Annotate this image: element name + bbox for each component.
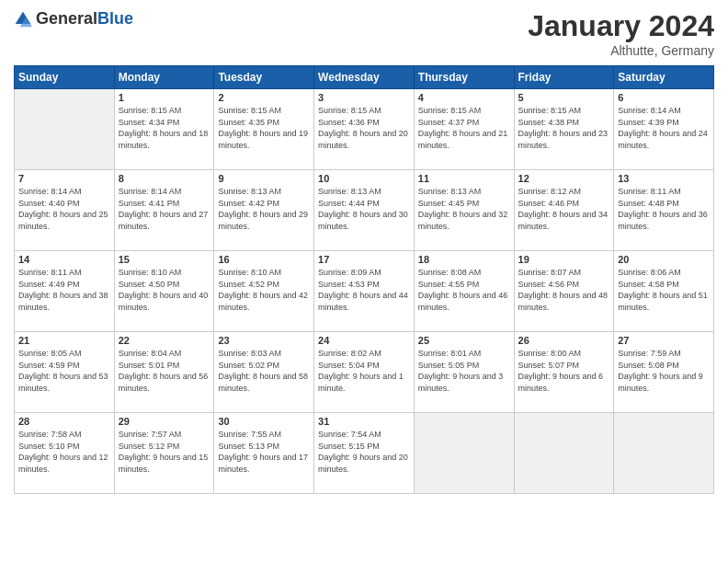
day-number: 1: [119, 92, 210, 103]
day-info: Sunrise: 8:05 AMSunset: 4:59 PMDaylight:…: [18, 348, 110, 394]
calendar-page: GeneralBlue January 2024 Althutte, Germa…: [0, 0, 728, 563]
weekday-header-sunday: Sunday: [15, 66, 115, 89]
calendar-cell: 3Sunrise: 8:15 AMSunset: 4:36 PMDaylight…: [314, 89, 415, 170]
calendar-cell: 1Sunrise: 8:15 AMSunset: 4:34 PMDaylight…: [114, 89, 214, 170]
day-number: 2: [218, 92, 310, 103]
month-title: January 2024: [528, 9, 714, 43]
day-info: Sunrise: 8:14 AMSunset: 4:41 PMDaylight:…: [119, 186, 210, 232]
day-number: 15: [119, 254, 210, 265]
day-info: Sunrise: 8:11 AMSunset: 4:49 PMDaylight:…: [18, 267, 110, 313]
day-info: Sunrise: 8:07 AMSunset: 4:56 PMDaylight:…: [518, 267, 610, 313]
calendar-cell: 12Sunrise: 8:12 AMSunset: 4:46 PMDayligh…: [514, 170, 614, 251]
calendar-cell: 21Sunrise: 8:05 AMSunset: 4:59 PMDayligh…: [15, 332, 115, 413]
calendar-cell: 15Sunrise: 8:10 AMSunset: 4:50 PMDayligh…: [114, 251, 214, 332]
day-info: Sunrise: 8:13 AMSunset: 4:44 PMDaylight:…: [318, 186, 410, 232]
calendar-cell: 13Sunrise: 8:11 AMSunset: 4:48 PMDayligh…: [614, 170, 714, 251]
day-info: Sunrise: 8:15 AMSunset: 4:37 PMDaylight:…: [418, 105, 510, 151]
calendar-cell: 22Sunrise: 8:04 AMSunset: 5:01 PMDayligh…: [114, 332, 214, 413]
calendar-cell: 25Sunrise: 8:01 AMSunset: 5:05 PMDayligh…: [414, 332, 514, 413]
calendar-cell: 24Sunrise: 8:02 AMSunset: 5:04 PMDayligh…: [314, 332, 415, 413]
calendar-cell: [15, 89, 115, 170]
day-number: 7: [18, 173, 110, 184]
calendar-week-row: 1Sunrise: 8:15 AMSunset: 4:34 PMDaylight…: [15, 89, 714, 170]
calendar-cell: 28Sunrise: 7:58 AMSunset: 5:10 PMDayligh…: [15, 413, 115, 494]
calendar-cell: 5Sunrise: 8:15 AMSunset: 4:38 PMDaylight…: [514, 89, 614, 170]
day-info: Sunrise: 8:03 AMSunset: 5:02 PMDaylight:…: [218, 348, 310, 394]
weekday-header-thursday: Thursday: [414, 66, 514, 89]
day-info: Sunrise: 8:10 AMSunset: 4:52 PMDaylight:…: [218, 267, 310, 313]
weekday-header-saturday: Saturday: [614, 66, 714, 89]
calendar-cell: 20Sunrise: 8:06 AMSunset: 4:58 PMDayligh…: [614, 251, 714, 332]
calendar-cell: 23Sunrise: 8:03 AMSunset: 5:02 PMDayligh…: [214, 332, 314, 413]
day-number: 9: [218, 173, 310, 184]
day-number: 23: [218, 335, 310, 346]
day-info: Sunrise: 8:00 AMSunset: 5:07 PMDaylight:…: [518, 348, 610, 394]
day-number: 10: [318, 173, 410, 184]
calendar-cell: 17Sunrise: 8:09 AMSunset: 4:53 PMDayligh…: [314, 251, 415, 332]
calendar-cell: 2Sunrise: 8:15 AMSunset: 4:35 PMDaylight…: [214, 89, 314, 170]
weekday-header-tuesday: Tuesday: [214, 66, 314, 89]
weekday-header-monday: Monday: [114, 66, 214, 89]
day-number: 28: [18, 416, 110, 427]
calendar-cell: 19Sunrise: 8:07 AMSunset: 4:56 PMDayligh…: [514, 251, 614, 332]
day-number: 3: [318, 92, 410, 103]
day-info: Sunrise: 8:02 AMSunset: 5:04 PMDaylight:…: [318, 348, 410, 394]
calendar-cell: 31Sunrise: 7:54 AMSunset: 5:15 PMDayligh…: [314, 413, 415, 494]
day-info: Sunrise: 7:54 AMSunset: 5:15 PMDaylight:…: [318, 429, 410, 475]
day-info: Sunrise: 8:15 AMSunset: 4:34 PMDaylight:…: [119, 105, 210, 151]
calendar-cell: 11Sunrise: 8:13 AMSunset: 4:45 PMDayligh…: [414, 170, 514, 251]
calendar-cell: 4Sunrise: 8:15 AMSunset: 4:37 PMDaylight…: [414, 89, 514, 170]
day-info: Sunrise: 8:11 AMSunset: 4:48 PMDaylight:…: [618, 186, 710, 232]
calendar-cell: 8Sunrise: 8:14 AMSunset: 4:41 PMDaylight…: [114, 170, 214, 251]
day-info: Sunrise: 7:55 AMSunset: 5:13 PMDaylight:…: [218, 429, 310, 475]
calendar-cell: [514, 413, 614, 494]
day-number: 27: [618, 335, 710, 346]
calendar-cell: 18Sunrise: 8:08 AMSunset: 4:55 PMDayligh…: [414, 251, 514, 332]
day-number: 14: [18, 254, 110, 265]
day-info: Sunrise: 8:14 AMSunset: 4:39 PMDaylight:…: [618, 105, 710, 151]
calendar-cell: 10Sunrise: 8:13 AMSunset: 4:44 PMDayligh…: [314, 170, 415, 251]
calendar-cell: 29Sunrise: 7:57 AMSunset: 5:12 PMDayligh…: [114, 413, 214, 494]
day-number: 29: [119, 416, 210, 427]
calendar-cell: [414, 413, 514, 494]
calendar-cell: 16Sunrise: 8:10 AMSunset: 4:52 PMDayligh…: [214, 251, 314, 332]
weekday-header-friday: Friday: [514, 66, 614, 89]
day-number: 18: [418, 254, 510, 265]
day-info: Sunrise: 8:06 AMSunset: 4:58 PMDaylight:…: [618, 267, 710, 313]
day-number: 26: [518, 335, 610, 346]
header: GeneralBlue January 2024 Althutte, Germa…: [14, 9, 714, 58]
day-number: 20: [618, 254, 710, 265]
day-number: 30: [218, 416, 310, 427]
weekday-header-row: SundayMondayTuesdayWednesdayThursdayFrid…: [15, 66, 714, 89]
day-number: 13: [618, 173, 710, 184]
title-block: January 2024 Althutte, Germany: [528, 9, 714, 58]
day-number: 19: [518, 254, 610, 265]
logo-icon: [14, 10, 32, 29]
day-info: Sunrise: 8:13 AMSunset: 4:42 PMDaylight:…: [218, 186, 310, 232]
logo: GeneralBlue: [14, 9, 133, 29]
weekday-header-wednesday: Wednesday: [314, 66, 415, 89]
day-number: 6: [618, 92, 710, 103]
calendar-cell: 30Sunrise: 7:55 AMSunset: 5:13 PMDayligh…: [214, 413, 314, 494]
day-info: Sunrise: 8:08 AMSunset: 4:55 PMDaylight:…: [418, 267, 510, 313]
calendar-cell: [614, 413, 714, 494]
calendar-week-row: 14Sunrise: 8:11 AMSunset: 4:49 PMDayligh…: [15, 251, 714, 332]
logo-general: GeneralBlue: [36, 9, 133, 29]
calendar-cell: 7Sunrise: 8:14 AMSunset: 4:40 PMDaylight…: [15, 170, 115, 251]
day-info: Sunrise: 8:01 AMSunset: 5:05 PMDaylight:…: [418, 348, 510, 394]
calendar-week-row: 7Sunrise: 8:14 AMSunset: 4:40 PMDaylight…: [15, 170, 714, 251]
day-number: 16: [218, 254, 310, 265]
day-number: 5: [518, 92, 610, 103]
day-number: 24: [318, 335, 410, 346]
calendar-cell: 9Sunrise: 8:13 AMSunset: 4:42 PMDaylight…: [214, 170, 314, 251]
day-info: Sunrise: 8:15 AMSunset: 4:36 PMDaylight:…: [318, 105, 410, 151]
day-number: 21: [18, 335, 110, 346]
location-title: Althutte, Germany: [528, 43, 714, 58]
day-info: Sunrise: 8:13 AMSunset: 4:45 PMDaylight:…: [418, 186, 510, 232]
day-info: Sunrise: 8:12 AMSunset: 4:46 PMDaylight:…: [518, 186, 610, 232]
day-info: Sunrise: 7:58 AMSunset: 5:10 PMDaylight:…: [18, 429, 110, 475]
day-info: Sunrise: 7:57 AMSunset: 5:12 PMDaylight:…: [119, 429, 210, 475]
day-info: Sunrise: 8:15 AMSunset: 4:38 PMDaylight:…: [518, 105, 610, 151]
calendar-week-row: 21Sunrise: 8:05 AMSunset: 4:59 PMDayligh…: [15, 332, 714, 413]
day-info: Sunrise: 7:59 AMSunset: 5:08 PMDaylight:…: [618, 348, 710, 394]
